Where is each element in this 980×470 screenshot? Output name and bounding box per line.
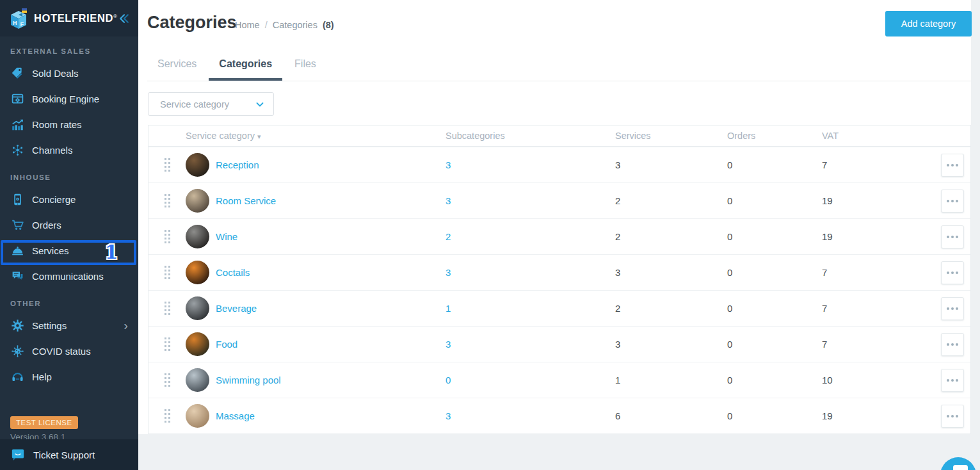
- service-category-filter-dropdown[interactable]: Service category: [148, 92, 274, 116]
- table-row: Wine 2 2 0 19: [149, 218, 970, 254]
- sidebar-item-help[interactable]: Help: [0, 364, 138, 389]
- sidebar-item-label: Concierge: [32, 194, 76, 205]
- sidebar-item-concierge[interactable]: Concierge: [0, 186, 138, 212]
- category-avatar: [186, 404, 209, 428]
- row-actions-ellipsis-button[interactable]: [941, 297, 964, 320]
- category-name-link[interactable]: Food: [216, 339, 446, 350]
- category-name-link[interactable]: Massage: [216, 410, 446, 421]
- orders-count: 0: [727, 375, 822, 385]
- category-avatar: [186, 368, 209, 392]
- sidebar-item-orders[interactable]: Orders: [0, 212, 138, 238]
- sidebar-item-booking-engine[interactable]: Booking Engine: [0, 86, 138, 111]
- table-row: Massage 3 6 0 19: [149, 398, 970, 434]
- tab-categories[interactable]: Categories: [209, 53, 282, 81]
- vat-value: 7: [822, 159, 918, 170]
- gear-icon: [10, 318, 24, 332]
- sidebar-item-label: Orders: [32, 220, 61, 231]
- breadcrumb-count: (8): [323, 20, 334, 30]
- drag-handle[interactable]: [162, 263, 173, 282]
- test-license-badge: TEST LICENSE: [10, 416, 78, 429]
- ticket-support-button[interactable]: Ticket Support: [0, 439, 138, 470]
- orders-count: 0: [727, 339, 822, 350]
- services-count: 2: [615, 195, 727, 206]
- category-name-link[interactable]: Wine: [216, 231, 446, 242]
- drag-handle[interactable]: [162, 335, 173, 353]
- svg-text:F: F: [20, 20, 24, 27]
- cart-icon: [10, 218, 24, 232]
- drag-handle[interactable]: [162, 227, 173, 246]
- chevron-right-icon[interactable]: ›: [124, 321, 128, 330]
- subcategories-count-link[interactable]: 3: [446, 267, 615, 278]
- row-actions-ellipsis-button[interactable]: [941, 225, 964, 248]
- tab-files[interactable]: Files: [284, 53, 326, 81]
- sidebar-item-covid-status[interactable]: COVID status: [0, 338, 138, 364]
- channels-hub-icon: [10, 143, 24, 157]
- sidebar-item-sold-deals[interactable]: Sold Deals: [0, 60, 138, 86]
- tabs-divider: [147, 81, 971, 81]
- subcategories-count-link[interactable]: 3: [446, 159, 615, 170]
- vat-value: 10: [822, 375, 918, 385]
- row-actions-ellipsis-button[interactable]: [941, 405, 964, 428]
- subcategories-count-link[interactable]: 1: [446, 303, 615, 314]
- drag-handle[interactable]: [162, 191, 173, 210]
- registered-mark: ®: [113, 13, 117, 19]
- drag-handle[interactable]: [162, 407, 173, 425]
- subcategories-count-link[interactable]: 3: [446, 410, 615, 421]
- sidebar-item-communications[interactable]: Communications: [0, 263, 138, 289]
- category-name-link[interactable]: Beverage: [216, 303, 446, 314]
- breadcrumb-home-link[interactable]: Home: [235, 20, 260, 30]
- tab-services[interactable]: Services: [147, 53, 207, 81]
- sidebar: H F HOTELFRIEND® EXTERNAL SALES Sold Dea…: [0, 0, 138, 470]
- category-avatar: [186, 296, 209, 320]
- vat-value: 7: [822, 339, 918, 350]
- ticket-support-chat-icon: [10, 448, 26, 462]
- filter-placeholder: Service category: [160, 99, 229, 109]
- category-name-link[interactable]: Reception: [216, 159, 446, 170]
- subcategories-count-link[interactable]: 0: [446, 375, 615, 385]
- sidebar-item-channels[interactable]: Channels: [0, 137, 138, 163]
- row-actions-ellipsis-button[interactable]: [941, 333, 964, 356]
- ticket-support-label: Ticket Support: [33, 450, 95, 460]
- sidebar-item-label: COVID status: [32, 346, 91, 357]
- drag-handle[interactable]: [162, 156, 173, 174]
- subcategories-count-link[interactable]: 3: [446, 339, 615, 350]
- table-row: Coctails 3 3 0 7: [149, 254, 970, 290]
- section-label-inhouse: INHOUSE: [0, 174, 138, 181]
- row-actions-ellipsis-button[interactable]: [941, 154, 964, 177]
- tab-bar: Services Categories Files: [147, 53, 328, 81]
- sidebar-item-services[interactable]: Services: [0, 238, 138, 263]
- sidebar-collapse-icon[interactable]: [118, 12, 131, 25]
- row-actions-ellipsis-button[interactable]: [941, 261, 964, 284]
- sidebar-item-room-rates[interactable]: Room rates: [0, 111, 138, 137]
- add-category-button[interactable]: Add category: [885, 11, 972, 36]
- sidebar-item-settings[interactable]: Settings ›: [0, 312, 138, 338]
- services-count: 2: [615, 231, 727, 242]
- column-header-services: Services: [615, 131, 727, 141]
- categories-table: Service category▾ Subcategories Services…: [148, 125, 971, 434]
- logo-text: HOTELFRIEND: [34, 12, 113, 24]
- subcategories-count-link[interactable]: 2: [446, 231, 615, 242]
- orders-count: 0: [727, 195, 822, 206]
- column-header-subcategories: Subcategories: [446, 131, 615, 141]
- subcategories-count-link[interactable]: 3: [446, 195, 615, 206]
- chat-bubble-icon: [953, 465, 968, 470]
- services-count: 3: [615, 159, 727, 170]
- vat-value: 7: [822, 267, 918, 278]
- category-name-link[interactable]: Room Service: [216, 195, 446, 206]
- booking-engine-icon: [10, 92, 24, 106]
- drag-handle[interactable]: [162, 371, 173, 389]
- sidebar-item-label: Sold Deals: [32, 68, 79, 79]
- row-actions-ellipsis-button[interactable]: [941, 369, 964, 392]
- column-header-service-category[interactable]: Service category▾: [186, 131, 446, 141]
- chat-fab-button[interactable]: [940, 457, 976, 470]
- row-actions-ellipsis-button[interactable]: [941, 190, 964, 213]
- sidebar-item-label: Services: [32, 245, 69, 256]
- category-name-link[interactable]: Coctails: [216, 267, 446, 278]
- breadcrumb-separator: /: [265, 20, 268, 30]
- virus-icon: [10, 344, 24, 358]
- drag-handle[interactable]: [162, 299, 173, 318]
- category-name-link[interactable]: Swimming pool: [216, 375, 446, 385]
- sidebar-item-label: Settings: [32, 320, 67, 331]
- section-label-external-sales: EXTERNAL SALES: [0, 47, 138, 55]
- services-count: 1: [615, 375, 727, 385]
